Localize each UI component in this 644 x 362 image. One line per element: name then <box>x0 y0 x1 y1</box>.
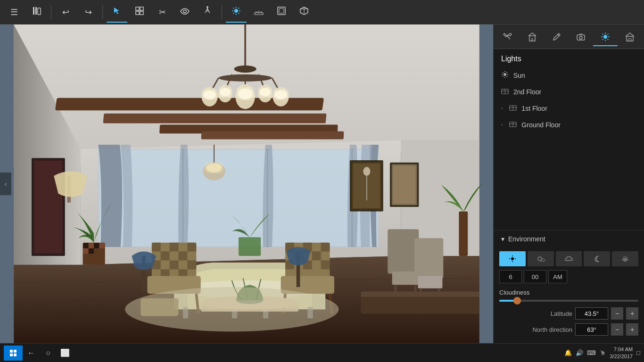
start-button[interactable] <box>4 346 23 361</box>
svg-rect-76 <box>83 248 89 254</box>
square-icon: ⬜ <box>60 348 70 357</box>
cloudiness-thumb[interactable] <box>513 297 521 304</box>
cloudiness-slider[interactable] <box>499 300 638 302</box>
undo-button[interactable]: ↩ <box>55 2 76 23</box>
camera-tab[interactable] <box>569 26 593 47</box>
right-panel: Lights Sun <box>493 25 644 343</box>
environment-controls: 6 00 AM Cloudiness Latitude − <box>494 247 644 343</box>
sun-icon <box>231 6 241 18</box>
tools-tab[interactable] <box>495 26 520 47</box>
taskbar-back-btn[interactable]: ← <box>23 346 40 361</box>
latitude-row: Latitude − + <box>499 307 638 320</box>
svg-rect-4 <box>140 7 143 10</box>
svg-point-60 <box>260 88 271 96</box>
svg-rect-127 <box>239 237 261 256</box>
svg-point-54 <box>203 90 215 99</box>
environment-section: ▾ Environment <box>494 230 644 343</box>
cube-button[interactable] <box>294 2 314 23</box>
floor-light-icon-g <box>509 120 517 129</box>
weather-buttons <box>499 251 638 266</box>
ground-floor-chevron: › <box>501 122 503 127</box>
svg-point-9 <box>234 9 238 13</box>
menu-button[interactable]: ☰ <box>4 2 25 23</box>
walk-button[interactable] <box>197 2 218 23</box>
measure-button[interactable] <box>248 2 269 23</box>
svg-line-161 <box>503 76 504 77</box>
svg-rect-2 <box>38 8 41 15</box>
svg-rect-75 <box>99 243 104 248</box>
lighting-tab[interactable] <box>593 26 618 47</box>
viewport[interactable]: ‹ <box>0 25 493 343</box>
light-item-2nd-floor[interactable]: 2nd Floor <box>494 83 644 100</box>
viewport-arrow-left[interactable]: ‹ <box>0 173 11 195</box>
svg-rect-88 <box>187 243 196 252</box>
building-tab[interactable] <box>520 26 545 47</box>
svg-line-14 <box>233 8 234 9</box>
dawn-btn[interactable] <box>612 251 638 266</box>
keyboard-icon[interactable]: 🖱 <box>600 349 606 356</box>
light-item-1st-floor[interactable]: › 1st Floor <box>494 100 644 116</box>
edit-tab[interactable] <box>545 26 569 47</box>
svg-line-180 <box>627 257 627 258</box>
svg-rect-138 <box>531 38 533 41</box>
language-icon[interactable]: ⌨ <box>587 349 596 356</box>
scissors-icon: ✂ <box>159 7 166 17</box>
right-panel-icons <box>494 25 644 49</box>
eye-button[interactable] <box>174 2 195 23</box>
taskbar-right: 🔔 🔊 ⌨ 🖱 7:04 AM 3/22/2017 □ <box>564 346 640 360</box>
svg-point-171 <box>511 257 514 260</box>
night-btn[interactable] <box>584 251 610 266</box>
library-button[interactable] <box>26 2 47 23</box>
scissors-button[interactable]: ✂ <box>152 2 173 23</box>
latitude-decrease-btn[interactable]: − <box>611 307 623 320</box>
time-hour: 6 <box>499 270 522 283</box>
north-increase-btn[interactable]: + <box>626 323 638 336</box>
clear-weather-btn[interactable] <box>499 251 526 266</box>
svg-rect-119 <box>418 276 442 288</box>
cloudy-btn[interactable] <box>556 251 582 266</box>
latitude-label: Latitude <box>499 310 572 317</box>
frame-button[interactable] <box>271 2 292 23</box>
lighting-button[interactable] <box>226 2 247 23</box>
svg-point-136 <box>125 287 339 331</box>
partly-cloudy-btn[interactable] <box>528 251 554 266</box>
svg-point-58 <box>220 88 231 96</box>
environment-header[interactable]: ▾ Environment <box>494 230 644 247</box>
taskbar-square-btn[interactable]: ⬜ <box>57 346 74 361</box>
notification-icon[interactable]: 🔔 <box>564 349 572 356</box>
light-item-ground-floor[interactable]: › Ground Floor <box>494 116 644 133</box>
home-tab[interactable] <box>618 26 642 47</box>
svg-line-150 <box>603 39 603 40</box>
svg-line-160 <box>507 72 508 73</box>
notifications-icon[interactable]: □ <box>636 349 640 356</box>
north-decrease-btn[interactable]: − <box>611 323 623 336</box>
svg-point-7 <box>183 10 186 13</box>
taskbar: ← ○ ⬜ 🔔 🔊 ⌨ 🖱 7:04 AM 3/22/2017 □ <box>0 343 644 362</box>
svg-line-159 <box>507 76 508 77</box>
svg-rect-182 <box>14 350 17 353</box>
group-button[interactable] <box>129 2 150 23</box>
group-icon <box>135 7 144 17</box>
svg-point-142 <box>603 35 607 39</box>
svg-rect-40 <box>201 132 344 140</box>
svg-rect-18 <box>255 13 263 15</box>
latitude-input[interactable] <box>575 307 608 320</box>
svg-rect-123 <box>361 291 479 296</box>
redo-button[interactable]: ↪ <box>78 2 99 23</box>
light-item-sun[interactable]: Sun <box>494 67 644 83</box>
north-direction-input[interactable] <box>575 323 608 336</box>
ground-floor-label: Ground Floor <box>521 121 560 129</box>
svg-line-148 <box>608 39 609 40</box>
separator-3 <box>222 5 222 19</box>
floor-light-icon-1 <box>509 104 517 113</box>
latitude-increase-btn[interactable]: + <box>626 307 638 320</box>
select-button[interactable] <box>107 2 127 23</box>
svg-rect-103 <box>321 243 330 252</box>
taskbar-circle-btn[interactable]: ○ <box>40 346 57 361</box>
svg-line-147 <box>603 33 603 34</box>
svg-point-63 <box>234 66 256 73</box>
circle-icon: ○ <box>46 349 50 357</box>
frame-icon <box>277 7 286 17</box>
svg-rect-0 <box>33 7 34 15</box>
volume-icon[interactable]: 🔊 <box>576 349 583 356</box>
